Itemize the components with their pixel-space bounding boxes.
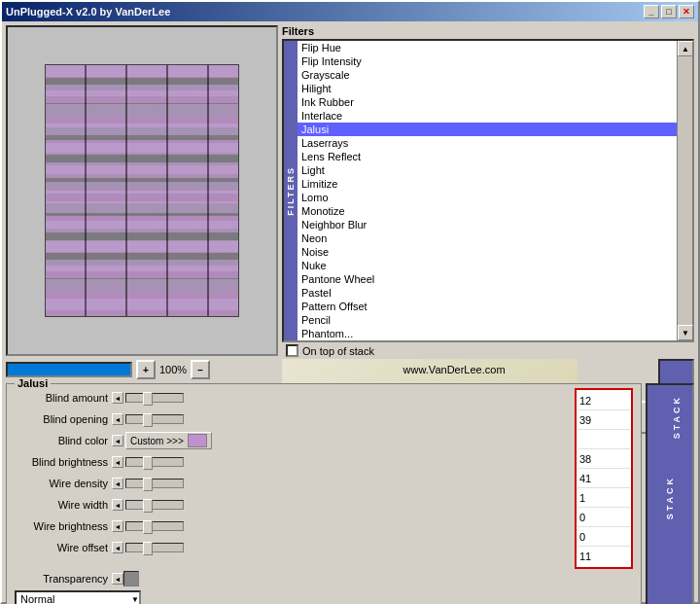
value-row: 0 xyxy=(578,508,630,527)
param-label: Blind brightness xyxy=(15,456,112,468)
param-slider: ◄ xyxy=(112,520,184,532)
on-top-checkbox[interactable] xyxy=(286,344,298,357)
main-content: Filters FILTERS Flip HueFlip IntensityGr… xyxy=(2,21,698,602)
slider-left-arrow[interactable]: ◄ xyxy=(112,520,123,532)
filter-item[interactable]: Neighbor Blur xyxy=(298,218,677,231)
filter-item[interactable]: Ink Rubber xyxy=(298,95,677,109)
param-row: Blind color ◄ Custom >>> xyxy=(15,431,571,450)
param-slider: ◄ xyxy=(112,478,184,489)
scroll-up-button[interactable]: ▲ xyxy=(678,41,693,56)
filter-item[interactable]: Monotize xyxy=(298,204,677,218)
preview-image xyxy=(45,64,239,317)
progress-bar-fill xyxy=(8,364,130,375)
percent-label: 100% xyxy=(159,364,187,375)
title-bar-buttons: _ □ ✕ xyxy=(644,5,694,18)
filter-item[interactable]: Flip Hue xyxy=(298,41,677,54)
param-slider: ◄ Custom >>> xyxy=(112,432,212,449)
slider-thumb xyxy=(143,456,153,470)
filter-item[interactable]: Laserrays xyxy=(298,136,677,150)
scroll-down-button[interactable]: ▼ xyxy=(678,325,693,340)
param-slider: ◄ xyxy=(112,392,184,404)
transparency-row: Transparency ◄ xyxy=(15,571,633,586)
minimize-button[interactable]: _ xyxy=(644,5,659,18)
close-button[interactable]: ✕ xyxy=(679,5,694,18)
filters-sidebar-text: FILTERS xyxy=(286,166,296,216)
filters-container: FILTERS Flip HueFlip IntensityGrayscaleH… xyxy=(282,39,694,342)
slider-left-arrow[interactable]: ◄ xyxy=(112,542,123,553)
zoom-out-button[interactable]: − xyxy=(191,360,210,379)
filter-item[interactable]: Noise xyxy=(298,245,677,259)
filter-item[interactable]: Pantone Wheel xyxy=(298,272,677,286)
filter-item[interactable]: Neon xyxy=(298,231,677,245)
slider-left-arrow[interactable]: ◄ xyxy=(112,456,123,468)
left-main: Jalusi Blind amount ◄ Blind opening ◄ xyxy=(6,383,642,604)
normal-select-wrapper: NormalMultiplyScreenOverlayDarkenLighten… xyxy=(15,590,141,604)
slider-left-arrow[interactable]: ◄ xyxy=(112,499,123,511)
param-row: Blind brightness ◄ xyxy=(15,452,571,472)
slider-track[interactable] xyxy=(125,457,184,467)
slider-track[interactable] xyxy=(125,414,184,424)
param-slider: ◄ xyxy=(112,413,184,425)
filter-item[interactable]: Flip Intensity xyxy=(298,54,677,68)
filter-item[interactable]: Limitize xyxy=(298,177,677,191)
param-label: Wire density xyxy=(15,478,112,489)
value-row: 41 xyxy=(578,469,630,488)
filter-item[interactable]: Lens Reflect xyxy=(298,150,677,163)
filters-scrollbar: ▲ ▼ xyxy=(677,41,692,340)
value-row: 39 xyxy=(578,410,630,430)
normal-select[interactable]: NormalMultiplyScreenOverlayDarkenLighten xyxy=(15,590,141,604)
filters-label: Filters xyxy=(282,25,694,37)
param-label: Blind color xyxy=(15,435,112,446)
zoom-in-button[interactable]: + xyxy=(136,360,156,379)
value-row: 1 xyxy=(578,488,630,508)
filter-item[interactable]: Pencil xyxy=(298,313,677,327)
params-left: Blind amount ◄ Blind opening ◄ Blind col… xyxy=(15,388,571,559)
main-window: UnPlugged-X v2.0 by VanDerLee _ □ ✕ Filt… xyxy=(0,0,700,604)
param-slider: ◄ xyxy=(112,499,184,511)
slider-thumb xyxy=(143,478,153,491)
value-row: 38 xyxy=(578,449,630,469)
preview-panel xyxy=(6,25,278,356)
slider-left-arrow[interactable]: ◄ xyxy=(112,478,123,489)
slider-left-arrow[interactable]: ◄ xyxy=(112,392,123,404)
filter-item[interactable]: Nuke xyxy=(298,259,677,272)
filters-list[interactable]: Flip HueFlip IntensityGrayscaleHilightIn… xyxy=(298,41,677,340)
slider-left-arrow[interactable]: ◄ xyxy=(112,435,123,446)
filter-item[interactable]: Phantom... xyxy=(298,327,677,340)
param-label: Blind opening xyxy=(15,413,112,425)
slider-track[interactable] xyxy=(125,521,184,531)
jalusi-group: Jalusi Blind amount ◄ Blind opening ◄ xyxy=(6,383,642,604)
slider-track[interactable] xyxy=(125,543,184,552)
on-top-row: On top of stack xyxy=(282,344,694,357)
param-slider: ◄ xyxy=(112,542,184,553)
value-row: 12 xyxy=(578,391,630,410)
filter-item[interactable]: Interlace xyxy=(298,109,677,123)
filter-item[interactable]: Jalusi xyxy=(298,123,677,136)
filter-item[interactable]: Lomo xyxy=(298,191,677,204)
slider-track[interactable] xyxy=(125,500,184,510)
bottom-layout: Jalusi Blind amount ◄ Blind opening ◄ xyxy=(6,383,694,604)
transparency-arrow-left[interactable]: ◄ xyxy=(112,573,123,585)
custom-label: Custom >>> xyxy=(130,436,184,446)
window-title: UnPlugged-X v2.0 by VanDerLee xyxy=(6,6,170,18)
filter-item[interactable]: Pattern Offset xyxy=(298,300,677,313)
value-row: 0 xyxy=(578,527,630,547)
maximize-button[interactable]: □ xyxy=(661,5,677,18)
custom-color-button[interactable]: Custom >>> xyxy=(125,432,212,449)
filter-item[interactable]: Pastel xyxy=(298,286,677,300)
param-slider: ◄ xyxy=(112,456,184,468)
param-label: Blind amount xyxy=(15,392,112,404)
stack-visual: STACK xyxy=(646,383,694,604)
filter-item[interactable]: Grayscale xyxy=(298,68,677,82)
on-top-label: On top of stack xyxy=(302,345,374,357)
slider-left-arrow[interactable]: ◄ xyxy=(112,413,123,425)
transparency-value-row: 11 xyxy=(578,547,630,566)
filter-item[interactable]: Hilight xyxy=(298,82,677,95)
scroll-track xyxy=(678,56,692,325)
slider-track[interactable] xyxy=(125,393,184,403)
title-bar: UnPlugged-X v2.0 by VanDerLee _ □ ✕ xyxy=(2,2,698,21)
filter-item[interactable]: Light xyxy=(298,163,677,177)
slider-thumb xyxy=(143,499,153,513)
slider-track[interactable] xyxy=(125,479,184,488)
progress-bar-container xyxy=(6,362,132,377)
